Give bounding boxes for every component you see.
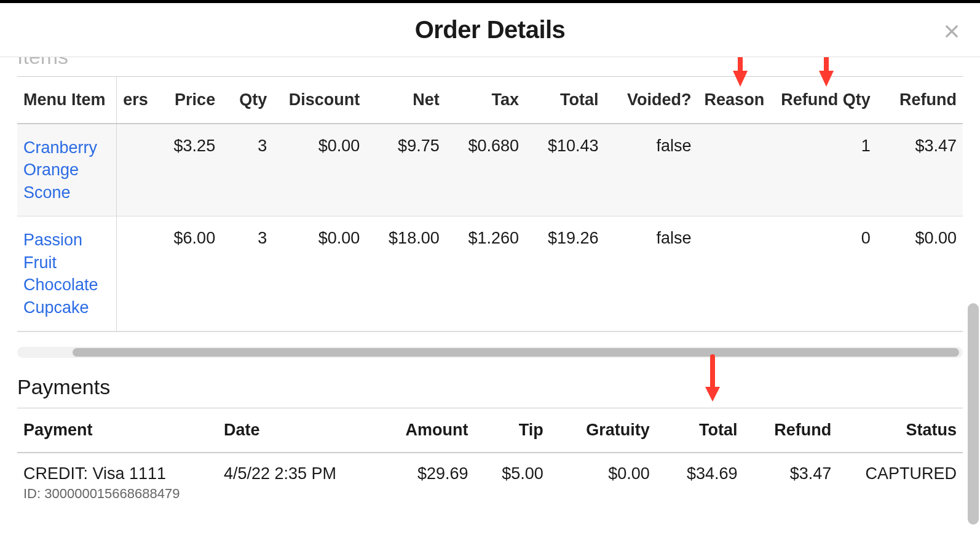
vertical-scrollbar-thumb[interactable] [968, 303, 979, 525]
col-voided: Voided? [605, 77, 698, 124]
payments-section-title: Payments [17, 375, 963, 399]
col-pay-refund: Refund [743, 408, 837, 453]
payment-id: ID: 300000015668688479 [23, 486, 211, 502]
payments-section: Payments Payment Date Amount Tip Gratuit… [17, 375, 963, 504]
cell-discount: $0.00 [273, 124, 366, 216]
col-discount: Discount [273, 77, 366, 124]
items-horizontal-scrollbar[interactable] [17, 347, 963, 358]
cell-voided: false [605, 124, 698, 216]
items-table-wrapper: Menu Item ers Price Qty Discount Net Tax… [17, 76, 963, 332]
payment-row: CREDIT: Visa 1111 ID: 300000015668688479… [17, 453, 963, 504]
menu-item-link[interactable]: Cranberry Orange Scone [23, 137, 110, 204]
cell-modifiers [117, 216, 149, 331]
cell-tax: $1.260 [446, 216, 525, 331]
col-menu-item: Menu Item [17, 77, 117, 124]
menu-item-link[interactable]: Passion Fruit Chocolate Cupcake [23, 229, 110, 319]
cell-gratuity: $0.00 [550, 453, 656, 504]
cell-net: $9.75 [366, 124, 445, 216]
cell-payment: CREDIT: Visa 1111 ID: 300000015668688479 [17, 453, 218, 504]
cell-refund: $0.00 [877, 216, 963, 331]
cell-total: $19.26 [525, 216, 604, 331]
modal-title: Order Details [415, 16, 566, 44]
payments-header-row: Payment Date Amount Tip Gratuity Total R… [17, 408, 963, 453]
payments-table: Payment Date Amount Tip Gratuity Total R… [17, 408, 963, 504]
cell-price: $6.00 [149, 216, 222, 331]
col-modifiers-partial: ers [117, 77, 149, 124]
cell-modifiers [117, 124, 149, 216]
items-table: Menu Item ers Price Qty Discount Net Tax… [17, 76, 963, 331]
cell-price: $3.25 [149, 124, 222, 216]
cell-refund-qty: 1 [770, 124, 877, 216]
close-icon [943, 23, 960, 40]
cell-pay-total: $34.69 [656, 453, 744, 504]
col-net: Net [366, 77, 445, 124]
cell-qty: 3 [221, 216, 273, 331]
col-total: Total [525, 77, 604, 124]
col-gratuity: Gratuity [550, 408, 656, 453]
col-qty: Qty [221, 77, 273, 124]
col-pay-total: Total [656, 408, 744, 453]
cell-pay-refund: $3.47 [743, 453, 837, 504]
cell-voided: false [605, 216, 698, 331]
col-tip: Tip [475, 408, 550, 453]
item-row: Passion Fruit Chocolate Cupcake $6.00 3 … [17, 216, 963, 331]
cell-tip: $5.00 [475, 453, 550, 504]
cell-refund: $3.47 [877, 124, 963, 216]
items-horizontal-scrollbar-thumb[interactable] [73, 348, 959, 357]
col-reason: Reason [698, 77, 771, 124]
cell-net: $18.00 [366, 216, 445, 331]
cell-reason [698, 124, 771, 216]
cell-date: 4/5/22 2:35 PM [218, 453, 381, 504]
modal-header: Order Details [0, 3, 980, 57]
col-price: Price [149, 77, 222, 124]
vertical-scrollbar[interactable] [968, 57, 979, 551]
modal-content: Items Menu Item ers Price Qty Discount N [17, 57, 963, 504]
cell-reason [698, 216, 771, 331]
close-button[interactable] [941, 20, 963, 42]
cell-qty: 3 [221, 124, 273, 216]
modal-body: Items Menu Item ers Price Qty Discount N [0, 57, 980, 551]
col-amount: Amount [381, 408, 475, 453]
col-refund-qty: Refund Qty [770, 77, 877, 124]
cell-tax: $0.680 [446, 124, 525, 216]
col-tax: Tax [446, 77, 525, 124]
items-section-title: Items [17, 57, 963, 69]
items-header-row: Menu Item ers Price Qty Discount Net Tax… [17, 77, 963, 124]
col-payment: Payment [17, 408, 218, 453]
col-date: Date [218, 408, 381, 453]
cell-discount: $0.00 [273, 216, 366, 331]
payment-method: CREDIT: Visa 1111 [23, 464, 211, 483]
col-status: Status [837, 408, 963, 453]
cell-status: CAPTURED [837, 453, 963, 504]
order-details-modal: Order Details Items Menu Item ers [0, 3, 980, 551]
col-refund: Refund [877, 77, 963, 124]
item-row: Cranberry Orange Scone $3.25 3 $0.00 $9.… [17, 124, 963, 216]
cell-amount: $29.69 [381, 453, 475, 504]
cell-refund-qty: 0 [770, 216, 877, 331]
cell-total: $10.43 [525, 124, 604, 216]
